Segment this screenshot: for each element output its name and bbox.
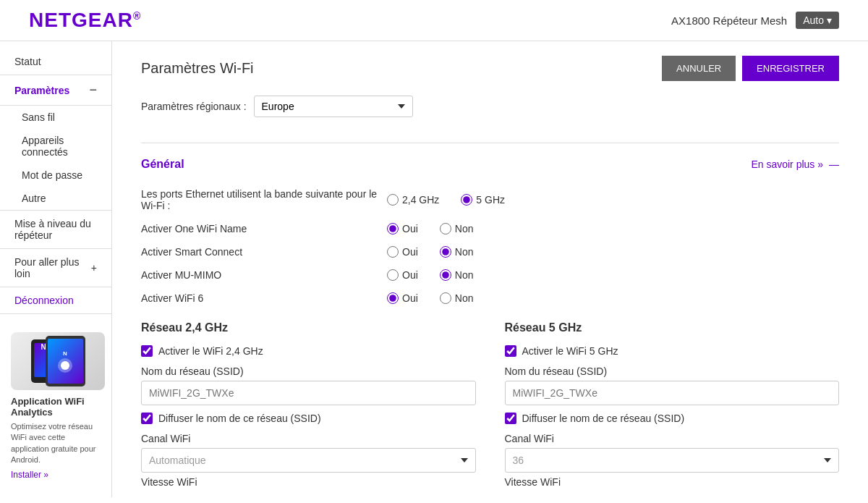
smart-connect-non[interactable]: Non [440,246,474,258]
band-5-label: 5 GHz [476,194,505,206]
one-wifi-oui-radio[interactable] [387,223,399,234]
cancel-button[interactable]: ANNULER [662,56,736,81]
sidebar-item-deconnexion[interactable]: Déconnexion [0,287,111,314]
nom-reseau-24-label: Nom du réseau (SSID) [141,365,476,377]
plus-icon: + [91,262,97,274]
band-24-label: 2,4 GHz [402,194,439,206]
canal-wifi-5-label: Canal WiFi [505,433,840,444]
save-button[interactable]: ENREGISTRER [742,56,839,81]
two-col-networks: Réseau 2,4 GHz Activer le WiFi 2,4 GHz N… [141,321,839,491]
header-buttons: ANNULER ENREGISTRER [662,56,839,81]
band-24-radio[interactable] [387,194,399,206]
chevron-down-icon: ▾ [827,14,832,26]
wifi6-radios: Oui Non [387,292,473,304]
wifi6-non-radio[interactable] [440,292,451,304]
parametres-label: Paramètres [14,85,69,96]
one-wifi-non-radio[interactable] [440,223,451,234]
wifi6-non[interactable]: Non [440,292,474,304]
divider [141,143,839,143]
col-5ghz: Réseau 5 GHz Activer le WiFi 5 GHz Nom d… [505,321,840,491]
wifi6-label: Activer WiFi 6 [141,292,387,304]
activer-wifi-5-checkbox[interactable] [505,345,516,357]
ssid-24-input[interactable] [141,381,476,405]
canal-24-select[interactable]: Automatique [141,448,476,473]
sidebar-app-promo: N N Application WiFi Analytics Opt [0,321,111,491]
ethernet-band-label: Les ports Ethernet utilisent la bande su… [141,188,387,211]
header-right: AX1800 Répéteur Mesh Auto ▾ [671,12,839,29]
canal-5-select[interactable]: 36 [505,448,840,473]
diffuser-5-checkbox[interactable] [505,413,516,424]
app-title: Application WiFi Analytics [11,396,101,418]
app-desc: Optimisez votre réseau WiFi avec cette a… [11,421,101,466]
wifi6-oui[interactable]: Oui [387,292,418,304]
one-wifi-non-label: Non [455,223,474,234]
sidebar-item-autre[interactable]: Autre [0,187,111,210]
diffuser-24-checkbox[interactable] [141,413,153,424]
header: NETGEAR® AX1800 Répéteur Mesh Auto ▾ [0,0,868,41]
sidebar-item-appareils[interactable]: Appareils connectés [0,129,111,164]
sidebar: Statut Paramètres − Sans fil Appareils c… [0,41,112,497]
sidebar-item-sans-fil[interactable]: Sans fil [0,106,111,129]
band-5-radio[interactable] [461,194,472,206]
smart-connect-radios: Oui Non [387,246,473,258]
mu-mimo-label: Activer MU-MIMO [141,269,387,281]
app-image: N N [11,332,105,390]
smart-connect-oui-label: Oui [402,246,418,258]
smart-connect-non-label: Non [455,246,474,258]
one-wifi-label: Activer One WiFi Name [141,223,387,234]
ssid-5-input[interactable] [505,381,840,405]
mu-mimo-oui[interactable]: Oui [387,269,418,281]
wifi6-non-label: Non [455,292,474,304]
learn-more[interactable]: En savoir plus » — [751,158,839,170]
smart-connect-oui-radio[interactable] [387,246,399,258]
nom-reseau-5-label: Nom du réseau (SSID) [505,365,840,377]
mu-mimo-non[interactable]: Non [440,269,474,281]
sidebar-item-mot-de-passe[interactable]: Mot de passe [0,164,111,187]
sidebar-item-mise-a-niveau[interactable]: Mise à niveau du répéteur [0,211,111,249]
regional-label: Paramètres régionaux : [141,101,247,112]
activer-wifi-24-checkbox[interactable] [141,345,153,357]
sidebar-item-statut[interactable]: Statut [0,48,111,75]
minus-collapse-icon: — [829,158,839,170]
reseau-5-title: Réseau 5 GHz [505,321,840,334]
vitesse-wifi-5-label: Vitesse WiFi [505,476,840,488]
wifi6-oui-radio[interactable] [387,292,399,304]
mu-mimo-non-label: Non [455,269,474,281]
sidebar-sub-items: Sans fil Appareils connectés Mot de pass… [0,106,111,211]
logo-reg: ® [133,10,141,22]
one-wifi-radios: Oui Non [387,223,473,234]
one-wifi-row: Activer One WiFi Name Oui Non [141,220,839,237]
logo-text: NETGEAR [29,9,133,31]
tablet-icon: N [46,336,85,386]
smart-connect-oui[interactable]: Oui [387,246,418,258]
smart-connect-row: Activer Smart Connect Oui Non [141,243,839,261]
canal-wifi-24-label: Canal WiFi [141,433,476,444]
activer-wifi-5-label: Activer le WiFi 5 GHz [522,345,618,357]
section-general-title: Général [141,158,184,171]
band-5-option[interactable]: 5 GHz [461,194,505,206]
diffuser-24-row: Diffuser le nom de ce réseau (SSID) [141,413,476,424]
device-name: AX1800 Répéteur Mesh [671,14,787,27]
one-wifi-oui[interactable]: Oui [387,223,418,234]
band-24-option[interactable]: 2,4 GHz [387,194,439,206]
tablet-screen: N [48,339,83,384]
mu-mimo-non-radio[interactable] [440,269,451,281]
install-link[interactable]: Installer » [11,470,48,480]
ethernet-band-radios: 2,4 GHz 5 GHz [387,194,505,206]
ethernet-band-row: Les ports Ethernet utilisent la bande su… [141,185,839,214]
regional-select[interactable]: Europe [254,96,413,117]
smart-connect-non-radio[interactable] [440,246,451,258]
reseau-24-title: Réseau 2,4 GHz [141,321,476,334]
wifi6-oui-label: Oui [402,292,418,304]
activer-wifi-24-row: Activer le WiFi 2,4 GHz [141,345,476,357]
one-wifi-non[interactable]: Non [440,223,474,234]
sidebar-item-parametres[interactable]: Paramètres − [0,75,111,106]
section-general-header: Général En savoir plus » — [141,158,839,171]
sidebar-item-pour-aller[interactable]: Pour aller plus loin + [0,249,111,287]
auto-dropdown[interactable]: Auto ▾ [796,12,839,29]
diffuser-5-label: Diffuser le nom de ce réseau (SSID) [522,413,685,424]
diffuser-24-label: Diffuser le nom de ce réseau (SSID) [158,413,321,424]
mu-mimo-oui-radio[interactable] [387,269,399,281]
main-content: Paramètres Wi-Fi ANNULER ENREGISTRER Par… [112,41,868,497]
activer-wifi-5-row: Activer le WiFi 5 GHz [505,345,840,357]
